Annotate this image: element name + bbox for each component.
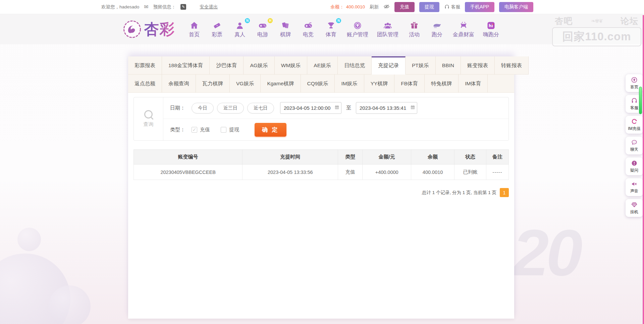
- pc-client-button[interactable]: 电脑客户端: [499, 2, 533, 12]
- page-edge-strip: [643, 15, 644, 324]
- cell-status: 已到账: [454, 165, 486, 180]
- deposit-button[interactable]: 充值: [394, 2, 415, 12]
- page-1-button[interactable]: 1: [500, 188, 509, 197]
- quick-range-7days-button[interactable]: 近七日: [247, 103, 274, 113]
- scrollbar-thumb[interactable]: [639, 87, 642, 114]
- svg-text:hi: hi: [489, 24, 493, 28]
- col-header-time: 充提时间: [243, 150, 338, 165]
- col-header-amount: 金额/元: [362, 150, 411, 165]
- eye-off-icon[interactable]: [383, 3, 390, 11]
- tab-item[interactable]: VG娱乐: [230, 75, 261, 93]
- flourish-ornament: ❧✾❦: [591, 18, 602, 24]
- nav-item-live[interactable]: N 真人: [233, 20, 247, 38]
- col-header-type: 类型: [338, 150, 363, 165]
- tab-item[interactable]: BBIN: [436, 56, 461, 75]
- tab-item[interactable]: 瓦力棋牌: [196, 75, 230, 93]
- tab-item[interactable]: IM娱乐: [335, 75, 364, 93]
- search-icon: [144, 110, 153, 119]
- tab-item[interactable]: PT娱乐: [406, 56, 436, 75]
- decor-ball: [49, 285, 91, 324]
- mobile-app-button[interactable]: 手机APP: [465, 2, 494, 12]
- nav-item-home[interactable]: 首页: [187, 20, 201, 38]
- cell-balance: 400.0010: [411, 165, 454, 180]
- tab-item[interactable]: AE娱乐: [307, 56, 338, 75]
- calendar-icon[interactable]: [410, 105, 415, 111]
- side-item-sound[interactable]: 声音: [626, 178, 643, 196]
- nav-item-paofen[interactable]: 跑分: [430, 20, 444, 38]
- svg-text:¥: ¥: [356, 23, 359, 28]
- watermark-right: 论坛: [621, 15, 639, 27]
- quick-range-today-button[interactable]: 今日: [192, 103, 214, 113]
- pagination: 总计 1 个记录, 分为 1 页, 当前第 1 页 1: [133, 188, 509, 197]
- tab-item[interactable]: YY棋牌: [364, 75, 395, 93]
- withdraw-button[interactable]: 提现: [419, 2, 439, 12]
- calendar-icon[interactable]: [334, 105, 339, 111]
- nav-item-sports[interactable]: N 体育: [324, 20, 338, 38]
- service-link[interactable]: 客服: [444, 4, 460, 10]
- tab-item[interactable]: FB体育: [394, 75, 425, 93]
- table-header-row: 账变编号 充提时间 类型 金额/元 余额 状态 备注: [134, 150, 509, 165]
- type-label: 类型：: [170, 127, 188, 133]
- nav-item-lottery[interactable]: 彩票: [210, 20, 224, 38]
- playing-cards-icon: [280, 20, 290, 30]
- nav-item-wealth[interactable]: 金鼎财富: [453, 20, 474, 38]
- tab-item[interactable]: 账变报表: [461, 56, 495, 75]
- logo-text: 杏彩: [144, 19, 175, 39]
- query-label: 查询: [144, 121, 154, 128]
- date-to-input[interactable]: [356, 102, 417, 114]
- to-label: 至: [346, 105, 351, 111]
- decor-number: 20: [513, 215, 580, 290]
- tab-item[interactable]: CQ9娱乐: [301, 75, 335, 93]
- nav-item-egame[interactable]: H 电游: [256, 20, 270, 38]
- mute-speaker-icon: [631, 181, 638, 187]
- nav-item-cards[interactable]: 棋牌: [278, 20, 292, 38]
- tab-item[interactable]: 188金宝博体育: [162, 56, 210, 75]
- tab-item[interactable]: WM娱乐: [275, 56, 308, 75]
- records-table: 账变编号 充提时间 类型 金额/元 余额 状态 备注 20230405VBBEG…: [133, 149, 509, 180]
- mail-icon[interactable]: ✉: [144, 4, 148, 10]
- deposit-checkbox[interactable]: [192, 127, 197, 133]
- welcome-text: 欢迎您，hadesado: [101, 4, 139, 10]
- nav-item-account[interactable]: ¥ 账户管理: [347, 20, 368, 38]
- nav-item-hipaofen[interactable]: hi 嗨跑分: [483, 20, 499, 38]
- side-item-chat[interactable]: 聊天: [626, 137, 643, 154]
- forum-watermark: 杏吧 ❧✾❦ 论坛 回家110.com: [552, 15, 641, 46]
- tab-deposit-withdraw-records-active[interactable]: 充提记录: [372, 56, 406, 75]
- records-panel: 彩票报表 188金宝博体育 沙巴体育 AG娱乐 WM娱乐 AE娱乐 日结总览 充…: [128, 56, 514, 319]
- date-label: 日期：: [170, 105, 188, 111]
- tab-item[interactable]: 特兔棋牌: [425, 75, 459, 93]
- tab-item[interactable]: 彩票报表: [128, 56, 162, 75]
- site-logo[interactable]: 杏彩: [123, 19, 175, 39]
- edit-pencil-icon[interactable]: ✎: [180, 4, 186, 10]
- refresh-link[interactable]: 刷新: [370, 4, 379, 10]
- pagination-summary: 总计 1 个记录, 分为 1 页, 当前第 1 页: [422, 190, 496, 196]
- side-item-question[interactable]: 疑问: [626, 157, 643, 175]
- nav-item-activity[interactable]: 活动: [407, 20, 421, 38]
- tab-item[interactable]: 返点总额: [128, 75, 162, 93]
- tab-item[interactable]: IM体育: [459, 75, 488, 93]
- tab-item[interactable]: Kgame棋牌: [261, 75, 301, 93]
- topbar: 欢迎您，hadesado ✉ 预留信息： ✎ 安全退出 余额： 400.0010…: [0, 0, 644, 14]
- decor-ball: [17, 228, 41, 251]
- nav-item-team[interactable]: 团队管理: [377, 20, 398, 38]
- headset-icon: [631, 97, 638, 104]
- tab-item[interactable]: 沙巴体育: [210, 56, 244, 75]
- tab-item[interactable]: 转账报表: [495, 56, 529, 75]
- date-from-input[interactable]: [280, 102, 341, 114]
- exclamation-circle-icon: [631, 160, 638, 167]
- tab-item[interactable]: 日结总览: [338, 56, 372, 75]
- type-option-deposit[interactable]: 充值: [192, 127, 210, 133]
- tab-item[interactable]: 余额查询: [162, 75, 196, 93]
- type-option-withdraw[interactable]: 提现: [221, 127, 239, 133]
- confirm-button[interactable]: 确 定: [255, 123, 286, 137]
- col-header-change-id: 账变编号: [134, 150, 243, 165]
- tab-item[interactable]: AG娱乐: [244, 56, 274, 75]
- recharge-refresh-icon: [631, 118, 638, 125]
- nav-item-esports[interactable]: 电竞: [301, 20, 315, 38]
- side-item-afk[interactable]: 挂机: [626, 199, 643, 217]
- withdraw-checkbox[interactable]: [221, 127, 226, 133]
- side-item-im-recharge[interactable]: IM充值: [626, 116, 643, 134]
- logout-link[interactable]: 安全退出: [200, 4, 218, 10]
- back-to-top-icon: [631, 77, 638, 83]
- quick-range-3days-button[interactable]: 近三日: [217, 103, 244, 113]
